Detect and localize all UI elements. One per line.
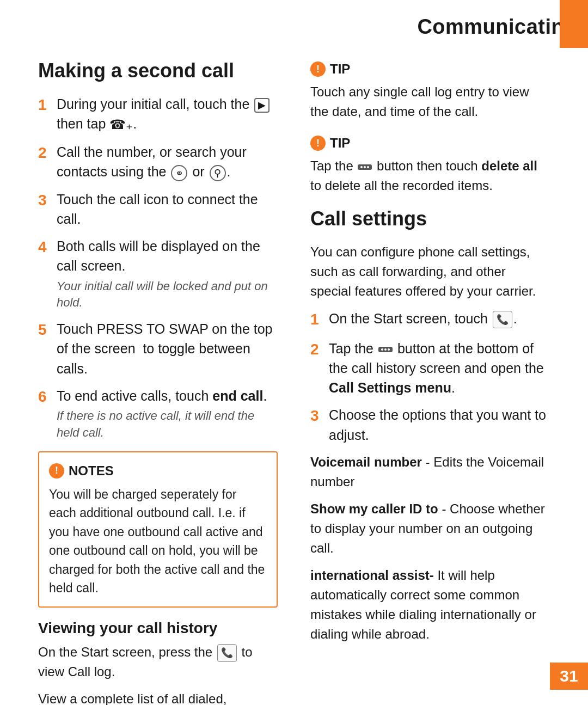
viewing-call-history-title: Viewing your call history [38, 620, 278, 637]
step-5: 5 Touch PRESS TO SWAP on the top of the … [38, 319, 278, 378]
call-settings-steps: 1 On the Start screen, touch 📞. 2 Tap th… [310, 309, 550, 445]
call-settings-intro: You can configure phone call settings, s… [310, 242, 550, 301]
voicemail-option: Voicemail number - Edits the Voicemail n… [310, 452, 550, 492]
tip2-text: Tap the button then touch delete all to … [310, 158, 537, 193]
search-icon: ⚲ [210, 165, 226, 181]
tip1-box: ! TIP Touch any single call log entry to… [310, 59, 550, 121]
cs-step-3-text: Choose the options that you want to adju… [329, 405, 550, 445]
tip2-header: ! TIP [310, 133, 550, 153]
making-second-call-steps: 1 During your initial call, touch the ▶ … [38, 94, 278, 442]
phone-icon-2: 📞 [493, 311, 512, 328]
notes-box: ! NOTES You will be charged seperately f… [38, 451, 278, 608]
caller-id-option: Show my caller ID to - Choose whether to… [310, 499, 550, 558]
notes-text: You will be charged seperately for each … [49, 487, 265, 596]
tip2-box: ! TIP Tap the button then touch delete a… [310, 133, 550, 195]
tip1-icon: ! [310, 62, 326, 77]
right-column: ! TIP Touch any single call log entry to… [310, 59, 550, 705]
phone-icon: 📞 [217, 644, 237, 662]
cs-step-3: 3 Choose the options that you want to ad… [310, 405, 550, 445]
tip1-label: TIP [330, 59, 350, 79]
intl-assist-bold: international assist- [310, 568, 434, 583]
notes-label: NOTES [69, 461, 114, 481]
step-4: 4 Both calls will be displayed on the ca… [38, 236, 278, 311]
page-header: Communicating [0, 0, 588, 48]
step-5-text: Touch PRESS TO SWAP on the top of the sc… [57, 319, 278, 378]
menu-dots-icon [358, 164, 372, 170]
header-orange-bar [560, 0, 588, 48]
tip2-label: TIP [330, 133, 350, 153]
call-settings-title: Call settings [310, 207, 550, 230]
step-6-sub: If there is no active call, it will end … [57, 408, 278, 442]
step-1: 1 During your initial call, touch the ▶ … [38, 94, 278, 134]
call-settings-menu-bold: Call Settings menu [329, 380, 451, 395]
cs-step-1: 1 On the Start screen, touch 📞. [310, 309, 550, 331]
viewing-call-history-para1: On the Start screen, press the 📞 to view… [38, 642, 278, 682]
page-number: 31 [550, 663, 588, 690]
voicemail-bold: Voicemail number [310, 455, 422, 469]
left-column: Making a second call 1 During your initi… [38, 59, 278, 705]
main-content: Making a second call 1 During your initi… [0, 48, 588, 705]
step-6: 6 To end active calls, touch end call. I… [38, 386, 278, 442]
notes-header: ! NOTES [49, 461, 267, 481]
making-second-call-title: Making a second call [38, 59, 278, 82]
menu-icon: ▶ [254, 98, 270, 113]
caller-id-bold: Show my caller ID to [310, 501, 438, 516]
intl-assist-option: international assist- It will help autom… [310, 566, 550, 644]
tip2-icon: ! [310, 136, 326, 151]
viewing-call-history-para2: View a complete list of all dialed, rece… [38, 689, 278, 705]
end-call-bold: end call [212, 388, 263, 403]
tip1-header: ! TIP [310, 59, 550, 79]
menu-dots-icon-2 [378, 347, 393, 352]
contacts-icon: ⚭ [171, 165, 187, 181]
delete-all-bold: delete all [481, 158, 537, 173]
step-2: 2 Call the number, or search your contac… [38, 142, 278, 182]
step-3: 3 Touch the call icon to connect the cal… [38, 189, 278, 229]
step-3-text: Touch the call icon to connect the call. [57, 189, 278, 229]
tip1-text: Touch any single call log entry to view … [310, 84, 529, 119]
cs-step-2: 2 Tap the button at the bottom of the ca… [310, 339, 550, 398]
step-4-sub: Your initial call will be locked and put… [57, 278, 278, 312]
notes-icon: ! [49, 463, 64, 479]
